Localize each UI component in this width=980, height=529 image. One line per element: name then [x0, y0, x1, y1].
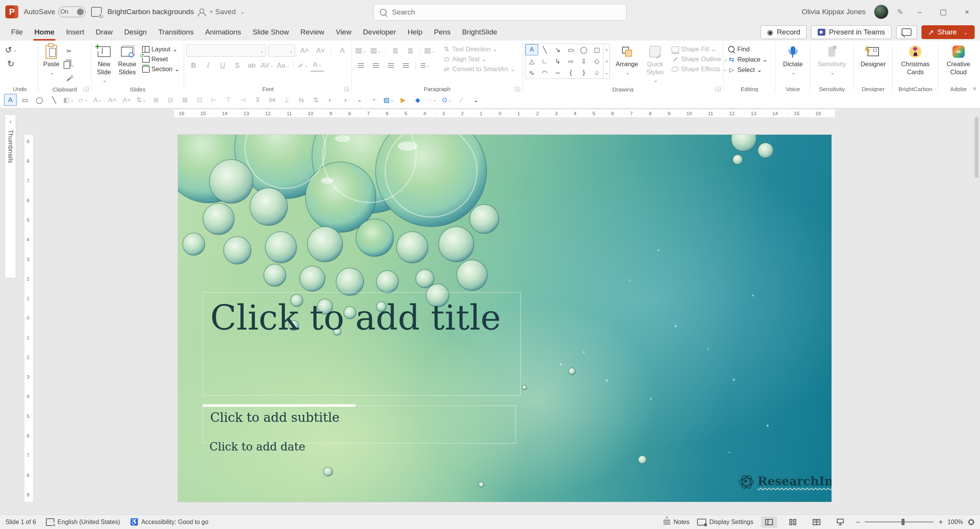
shape-effects-button[interactable]: Shape Effects⌄ — [670, 64, 730, 74]
decrease-indent-button[interactable] — [389, 45, 402, 57]
layout-dropdown-icon[interactable]: ⌄ — [172, 46, 178, 53]
tab-file[interactable]: File — [5, 24, 29, 40]
merge-combine-icon[interactable]: ◑ — [338, 94, 351, 106]
reset-button[interactable]: Reset — [140, 54, 182, 64]
shape-line[interactable]: ╲ — [538, 44, 551, 56]
align-center-icon[interactable]: ⊤ — [222, 94, 235, 106]
increase-font-size-button[interactable]: A˄ — [297, 45, 311, 56]
shape-arc[interactable]: ◠ — [538, 67, 551, 78]
more-tools-icon[interactable]: ⌄ — [469, 94, 482, 106]
line-icon[interactable]: ╲ — [47, 94, 60, 106]
shape-elbow-arrow[interactable]: ↳ — [551, 56, 564, 67]
decrease-font-size-button[interactable]: A˅ — [314, 45, 327, 56]
replace-button[interactable]: ⇆Replace⌄ — [726, 54, 769, 65]
shape-arrow[interactable]: ↘ — [551, 44, 564, 56]
text-shadow-button[interactable]: S — [230, 60, 244, 71]
character-spacing-button[interactable]: AV⌄ — [259, 60, 275, 71]
gallery-down-icon[interactable]: ˅ — [604, 56, 609, 67]
tab-pens[interactable]: Pens — [428, 24, 456, 40]
gallery-more-icon[interactable]: ⌄ — [604, 67, 609, 78]
drawing-dialog-launcher-icon[interactable] — [715, 86, 721, 91]
autosave-control[interactable]: AutoSave On — [24, 7, 86, 17]
select-button[interactable]: ▷Select⌄ — [726, 65, 769, 75]
vertical-scrollbar[interactable] — [974, 108, 979, 515]
normal-view-button[interactable] — [761, 516, 777, 528]
autosave-toggle[interactable]: On — [58, 7, 86, 17]
paragraph-dialog-launcher-icon[interactable] — [514, 86, 520, 91]
thumbnails-panel-collapsed[interactable]: › Thumbnails — [5, 114, 16, 278]
arrange-dropdown-icon[interactable] — [624, 68, 630, 76]
shape-right-arrow[interactable]: ⇨ — [564, 56, 577, 67]
close-button[interactable]: × — [959, 8, 975, 16]
zoom-out-button[interactable]: − — [856, 518, 861, 526]
font-color-icon[interactable]: A — [91, 94, 104, 106]
replace-dropdown-icon[interactable]: ⌄ — [763, 56, 768, 63]
section-dropdown-icon[interactable]: ⌄ — [175, 65, 180, 73]
convert-to-smartart-button[interactable]: ⇄Convert to SmartArt⌄ — [441, 64, 517, 74]
shape-elbow-connector[interactable]: ∟ — [538, 56, 551, 67]
bring-to-front-icon[interactable]: ⊠ — [178, 94, 191, 106]
zoom-in-button[interactable]: + — [938, 518, 943, 526]
shape-rectangle[interactable]: ▭ — [564, 44, 577, 56]
align-top-icon[interactable]: ⊼ — [251, 94, 264, 106]
document-title-group[interactable]: BrightCarbon backgrounds Saved — [107, 8, 245, 16]
lasso-select-icon[interactable]: ◌ — [426, 94, 439, 106]
scrollbar-thumb[interactable] — [975, 117, 978, 178]
reading-view-button[interactable] — [808, 516, 825, 528]
find-button[interactable]: Find — [726, 44, 769, 54]
tab-help[interactable]: Help — [402, 24, 428, 40]
powerpoint-app-icon[interactable]: P — [5, 5, 18, 18]
clicker-tool-icon[interactable]: ⊙ — [440, 94, 453, 106]
collapse-ribbon-icon[interactable]: ˅ — [973, 85, 976, 92]
reuse-slides-button[interactable]: Reuse Slides — [114, 43, 140, 78]
accessibility-status[interactable]: ♿ Accessibility: Good to go — [130, 518, 208, 526]
sensitivity-button[interactable]: Sensitivity — [815, 43, 849, 78]
undo-button[interactable]: ↺⌄ — [4, 44, 18, 56]
bring-forward-icon[interactable]: ⊞ — [149, 94, 162, 106]
align-left-button[interactable] — [354, 60, 368, 71]
strikethrough-button[interactable]: ab — [245, 60, 258, 71]
distribute-vertically-icon[interactable]: ⇅ — [309, 94, 322, 106]
tab-design[interactable]: Design — [118, 24, 152, 40]
increase-indent-button[interactable] — [403, 45, 417, 57]
tab-slide-show[interactable]: Slide Show — [247, 24, 295, 40]
clipboard-dialog-launcher-icon[interactable] — [83, 86, 89, 91]
columns-button[interactable]: ⌄ — [418, 60, 432, 71]
title-placeholder[interactable]: Click to add title — [203, 292, 521, 396]
horizontal-ruler[interactable]: 1615141312111098765432101234567891011121… — [174, 109, 835, 117]
align-right-icon[interactable]: ⊣ — [237, 94, 250, 106]
new-slide-button[interactable]: New Slide — [94, 43, 114, 86]
insert-placeholder-icon[interactable]: ▧ — [382, 94, 395, 106]
shape-down-arrow[interactable]: ⇩ — [577, 56, 590, 67]
tab-draw[interactable]: Draw — [90, 24, 118, 40]
designer-button[interactable]: Designer — [858, 43, 889, 70]
cut-button[interactable]: ✂ — [62, 45, 76, 57]
send-backward-icon[interactable]: ⊟ — [164, 94, 177, 106]
dictate-button[interactable]: Dictate — [781, 43, 805, 78]
send-to-back-icon[interactable]: ⊡ — [193, 94, 206, 106]
smart-tools-icon[interactable]: ◆ — [411, 94, 424, 106]
select-objects-icon[interactable]: ▶ — [397, 94, 410, 106]
slide-indicator[interactable]: Slide 1 of 6 — [5, 519, 36, 526]
redo-button[interactable]: ↻ — [4, 58, 18, 70]
align-middle-icon[interactable]: ⋈ — [266, 94, 279, 106]
section-button[interactable]: Section⌄ — [140, 64, 182, 74]
font-name-combo[interactable] — [186, 44, 266, 57]
increase-font-size-icon[interactable]: A˄ — [106, 94, 119, 106]
clear-formatting-button[interactable]: A — [335, 45, 349, 56]
save-icon[interactable] — [91, 7, 102, 17]
italic-button[interactable]: I — [201, 60, 215, 71]
select-dropdown-icon[interactable]: ⌄ — [757, 66, 762, 73]
saved-status[interactable]: Saved — [210, 8, 245, 16]
restore-button[interactable]: ▢ — [936, 7, 951, 16]
search-box[interactable] — [373, 4, 627, 21]
format-sweep-icon[interactable]: ∕ — [455, 94, 468, 106]
bold-button[interactable]: B — [186, 60, 200, 71]
shape-scribble[interactable]: ∿ — [525, 67, 538, 78]
shape-oval[interactable]: ◯ — [577, 44, 590, 56]
align-text-button[interactable]: ⊡Align Text⌄ — [441, 54, 517, 64]
quick-styles-button[interactable]: Quick Styles — [644, 43, 666, 86]
undo-dropdown-icon[interactable]: ⌄ — [13, 47, 16, 53]
share-button[interactable]: ↗ Share — [921, 25, 975, 39]
text-highlight-button[interactable]: ⌄ — [296, 60, 310, 71]
